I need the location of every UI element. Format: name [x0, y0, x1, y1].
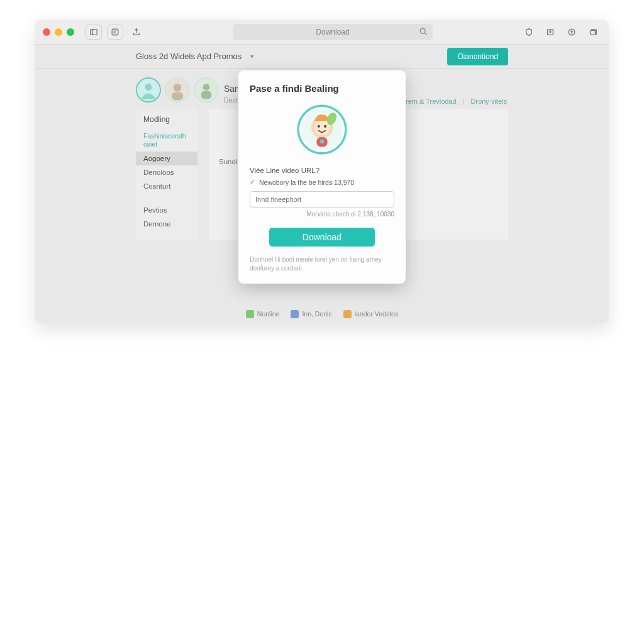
traffic-lights: [43, 28, 74, 36]
minimize-icon[interactable]: [55, 28, 62, 36]
svg-rect-0: [91, 29, 97, 35]
svg-point-22: [318, 125, 320, 128]
upload-icon[interactable]: [564, 25, 580, 40]
modal-check-line: ✓ Newobory la the be hirds 13,970: [250, 178, 394, 186]
tabs-icon[interactable]: [585, 25, 601, 40]
share-icon[interactable]: [128, 25, 145, 40]
close-icon[interactable]: [43, 28, 50, 36]
nav-bar: Gloss 2d Widels Apd Promos ▾ Oianontiond: [35, 45, 609, 69]
nav-cta-button[interactable]: Oianontiond: [447, 48, 508, 65]
avatar[interactable]: [136, 77, 161, 103]
page-title: San: [224, 84, 240, 94]
footer-link[interactable]: landor Vedstos: [343, 310, 398, 318]
address-bar[interactable]: Download: [233, 24, 433, 40]
meta-link[interactable]: Drony vitels: [471, 97, 507, 105]
nav-title: Gloss 2d Widels Apd Promos: [136, 52, 242, 61]
sidebar-item[interactable]: Aogoery: [136, 152, 197, 165]
svg-rect-2: [112, 29, 118, 35]
browser-window: Download Gloss 2d Widels Apd Promos ▾: [35, 19, 609, 323]
meta-link[interactable]: rem & Trevlodad: [406, 97, 457, 105]
svg-point-16: [203, 84, 210, 91]
sidebar-heading: Modling: [136, 115, 197, 129]
avatar[interactable]: [194, 77, 219, 103]
modal-label: Viée Line video URL?: [250, 167, 394, 174]
titlebar: Download: [35, 19, 609, 45]
page-subtitle: Dest: [224, 96, 238, 104]
main-area: San Dest rem & Trevlodad | Drony vitels …: [35, 69, 609, 304]
sidebar-item[interactable]: Pevtios: [136, 203, 197, 217]
download-modal: Pase a findi Bealing Viée Line video URL…: [238, 70, 406, 284]
maximize-icon[interactable]: [67, 28, 74, 36]
modal-hint: · Morvinte cbech ol 2 138, 10030: [250, 211, 394, 218]
sidebar-item[interactable]: Cosnturt: [136, 179, 197, 193]
shield-icon[interactable]: [521, 25, 537, 40]
address-bar-text: Download: [316, 28, 349, 36]
sidebar: Modling Fashiniscersth osiet Aogoery Den…: [136, 109, 197, 240]
nav-dropdown[interactable]: Gloss 2d Widels Apd Promos ▾: [136, 52, 253, 61]
footer-link[interactable]: Nunline: [246, 310, 280, 318]
chevron-down-icon: ▾: [250, 53, 253, 60]
content-label: Sunol: [219, 158, 237, 165]
svg-point-11: [145, 84, 152, 91]
footer-badge-icon: [291, 310, 299, 318]
svg-rect-14: [172, 92, 183, 101]
download-button[interactable]: Download: [269, 228, 375, 247]
mascot-icon: [295, 103, 349, 157]
meta-links: rem & Trevlodad | Drony vitels: [406, 97, 507, 105]
back-icon[interactable]: [107, 25, 123, 40]
sidebar-item[interactable]: Denoloos: [136, 165, 197, 179]
svg-point-13: [174, 84, 182, 92]
footer-link[interactable]: Inn, Donlc: [291, 310, 331, 318]
footer-badge-icon: [343, 310, 352, 318]
avatar[interactable]: [165, 77, 190, 103]
url-input[interactable]: [250, 191, 394, 208]
search-icon: [419, 27, 428, 38]
svg-point-26: [320, 139, 325, 143]
svg-rect-9: [591, 30, 596, 35]
modal-footer-text: Donhoel lili bodi meale forel yen on fia…: [250, 255, 394, 272]
footer: Nunline Inn, Donlc landor Vedstos: [35, 304, 609, 323]
svg-point-23: [324, 125, 326, 128]
svg-rect-17: [201, 91, 211, 99]
sidebar-item[interactable]: Demone: [136, 217, 197, 231]
svg-point-3: [420, 28, 425, 33]
sidebar-toggle-icon[interactable]: [86, 25, 102, 40]
downloads-icon[interactable]: [542, 25, 558, 40]
footer-badge-icon: [246, 310, 254, 318]
svg-line-4: [425, 33, 426, 35]
sidebar-item[interactable]: Fashiniscersth osiet: [136, 129, 197, 152]
modal-title: Pase a findi Bealing: [250, 83, 394, 94]
check-icon: ✓: [250, 178, 255, 186]
